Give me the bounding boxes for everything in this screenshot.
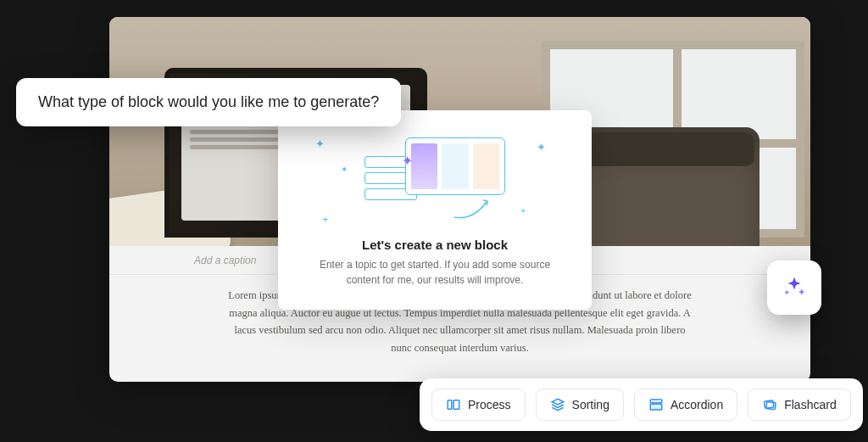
modal-illustration: ✦✦✦++ ✦ [300, 131, 570, 231]
create-block-modal: ✦✦✦++ ✦ Let's create a new block Enter a… [278, 110, 592, 310]
accordion-icon [648, 397, 664, 412]
option-process[interactable]: Process [431, 389, 526, 421]
svg-rect-1 [453, 400, 459, 410]
option-label: Sorting [572, 398, 609, 411]
block-type-options: Process Sorting Accordion Flashcard [420, 378, 863, 431]
option-flashcard[interactable]: Flashcard [748, 389, 850, 421]
svg-rect-3 [650, 404, 662, 410]
modal-title: Let's create a new block [300, 238, 570, 252]
modal-subtitle: Enter a topic to get started. If you add… [300, 257, 570, 288]
prompt-text: What type of block would you like me to … [38, 93, 379, 110]
sparkle-icon [782, 275, 807, 300]
caption-input[interactable]: Add a caption [194, 255, 256, 266]
assistant-prompt: What type of block would you like me to … [16, 78, 401, 126]
ai-sparkle-button[interactable] [767, 260, 821, 315]
process-icon [446, 397, 461, 412]
option-label: Accordion [670, 398, 723, 411]
option-label: Flashcard [784, 398, 836, 411]
flashcard-icon [762, 397, 777, 412]
option-label: Process [468, 398, 511, 411]
option-sorting[interactable]: Sorting [536, 389, 624, 421]
sorting-icon [550, 397, 565, 412]
option-accordion[interactable]: Accordion [634, 389, 737, 421]
svg-rect-0 [448, 400, 452, 410]
svg-rect-2 [650, 400, 662, 403]
